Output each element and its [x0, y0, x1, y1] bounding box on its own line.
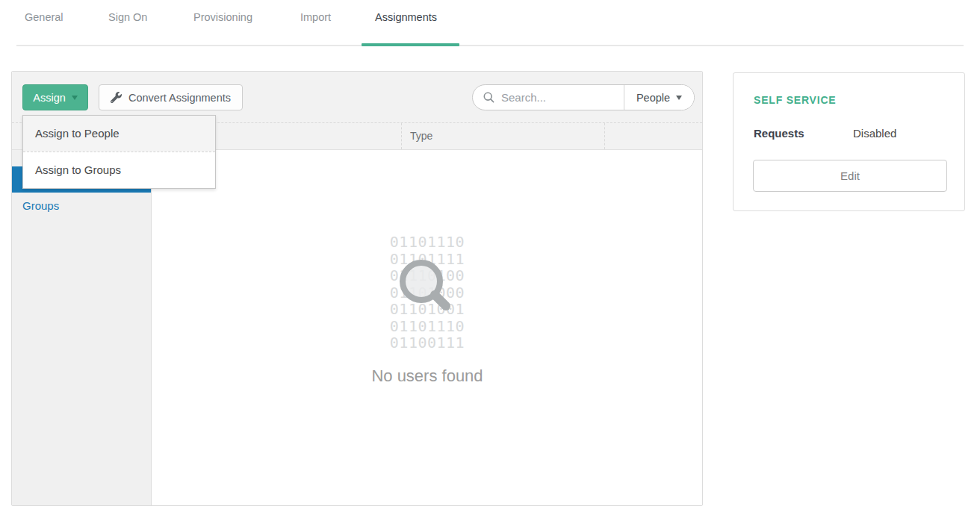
- self-service-panel: SELF SERVICE Requests Disabled Edit: [733, 72, 965, 211]
- convert-assignments-button[interactable]: Convert Assignments: [99, 84, 243, 110]
- active-tab-underline: [362, 43, 459, 46]
- app-tab-bar: General Sign On Provisioning Import Assi…: [0, 0, 980, 46]
- edit-button[interactable]: Edit: [753, 160, 947, 192]
- menu-item-assign-to-groups[interactable]: Assign to Groups: [23, 152, 215, 188]
- tab-import[interactable]: Import: [300, 11, 331, 23]
- binary-line: 01101110: [390, 234, 465, 251]
- search-icon: [483, 91, 495, 104]
- tab-sign-on[interactable]: Sign On: [108, 11, 147, 23]
- assignments-body: People Groups 01101110 01101111 01110100…: [12, 150, 702, 505]
- no-users-found-message: No users found: [371, 366, 483, 386]
- wrench-icon: [111, 92, 122, 103]
- self-service-title: SELF SERVICE: [754, 94, 836, 106]
- search-group: People: [472, 84, 695, 110]
- convert-assignments-label: Convert Assignments: [128, 92, 231, 104]
- magnifier-icon: [393, 253, 462, 322]
- requests-status-value: Disabled: [853, 127, 896, 140]
- app-assignments-page: General Sign On Provisioning Import Assi…: [0, 0, 980, 512]
- sidebar-item-groups[interactable]: Groups: [12, 193, 151, 219]
- assign-dropdown-menu: Assign to People Assign to Groups: [22, 115, 216, 189]
- assignments-table-content: 01101110 01101111 01110100 01101000 0110…: [152, 150, 702, 505]
- tab-assignments[interactable]: Assignments: [375, 11, 437, 23]
- chevron-down-icon: [676, 96, 682, 100]
- assign-button-label: Assign: [33, 92, 66, 104]
- requests-label: Requests: [754, 127, 804, 140]
- assignment-filters-sidebar: People Groups: [12, 150, 152, 505]
- assign-button[interactable]: Assign: [22, 84, 88, 110]
- tabbar-divider: [16, 45, 964, 46]
- column-divider: [604, 123, 605, 149]
- tab-general[interactable]: General: [25, 11, 63, 23]
- type-column-header: Type: [410, 123, 432, 149]
- search-scope-dropdown[interactable]: People: [624, 85, 694, 110]
- binary-art: 01101110 01101111 01110100 01101000 0110…: [390, 234, 465, 352]
- search-input[interactable]: [495, 91, 624, 104]
- search-scope-label: People: [636, 92, 670, 104]
- chevron-down-icon: [72, 96, 78, 100]
- column-divider: [401, 123, 402, 149]
- menu-item-assign-to-people[interactable]: Assign to People: [23, 116, 215, 152]
- tab-provisioning[interactable]: Provisioning: [193, 11, 252, 23]
- empty-state: 01101110 01101111 01110100 01101000 0110…: [371, 234, 483, 386]
- binary-line: 01100111: [390, 334, 465, 352]
